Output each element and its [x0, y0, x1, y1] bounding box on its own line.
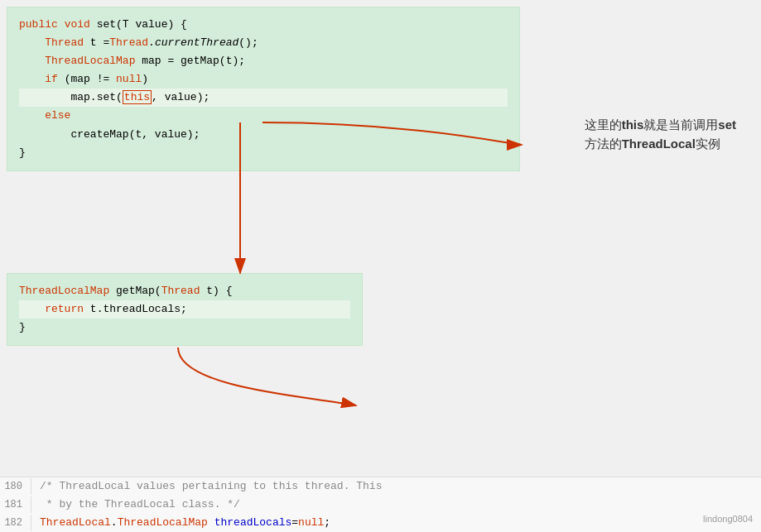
middle-line-3: } [19, 319, 350, 337]
code-block-middle: ThreadLocalMap getMap(Thread t) { return… [7, 273, 363, 346]
annotation-line1: 这里的this就是当前调用set [585, 117, 736, 132]
keyword-public: public [19, 16, 58, 34]
bottom-line-180: 180 /* ThreadLocal values pertaining to … [0, 477, 761, 496]
keyword-thread: Thread [45, 34, 84, 52]
middle-line-2: return t.threadLocals; [19, 300, 350, 319]
code-line-2: Thread t = Thread.currentThread(); [19, 34, 508, 52]
code-line-7: createMap(t, value); [19, 126, 508, 144]
this-keyword: this [123, 90, 152, 104]
code-block-bottom: 180 /* ThreadLocal values pertaining to … [0, 477, 761, 532]
line-number-180: 180 [0, 478, 31, 495]
code-line-6: else [19, 107, 508, 125]
bottom-line-182: 182 ThreadLocal.ThreadLocalMap threadLoc… [0, 514, 761, 532]
code-line-5: map.set(this, value); [19, 89, 508, 107]
line-number-181: 181 [0, 496, 31, 513]
code-line-1: public void set(T value) { [19, 16, 508, 34]
annotation: 这里的this就是当前调用set 方法的ThreadLocal实例 [585, 116, 736, 153]
code-line-4: if (map != null) [19, 70, 508, 89]
middle-line-1: ThreadLocalMap getMap(Thread t) { [19, 282, 350, 300]
code-line-8: } [19, 144, 508, 162]
code-line-3: ThreadLocalMap map = getMap(t); [19, 52, 508, 70]
line-number-182: 182 [0, 515, 31, 531]
watermark: lindong0804 [703, 514, 753, 524]
main-container: public void set(T value) { Thread t = Th… [0, 0, 761, 532]
bottom-line-181: 181 * by the ThreadLocal class. */ [0, 496, 761, 514]
annotation-line2: 方法的ThreadLocal实例 [585, 137, 720, 151]
code-block-top: public void set(T value) { Thread t = Th… [7, 7, 520, 171]
